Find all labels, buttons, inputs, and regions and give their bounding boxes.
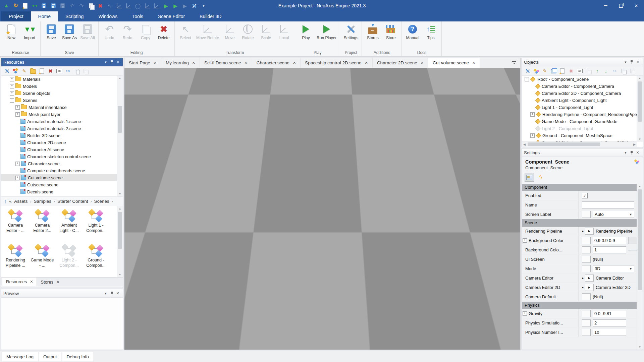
menu-tab-scene-editor[interactable]: Scene Editor bbox=[151, 11, 192, 21]
save-as-icon[interactable] bbox=[50, 3, 56, 9]
expander-icon[interactable]: + bbox=[15, 105, 20, 110]
status-tab-debug-info[interactable]: Debug Info bbox=[62, 352, 93, 361]
local-icon[interactable] bbox=[154, 3, 160, 9]
tree-item-cutscene-scene[interactable]: Cutscene.scene bbox=[1, 181, 117, 188]
scroll-up-icon[interactable]: ▲ bbox=[637, 76, 643, 81]
new-folder-icon[interactable] bbox=[30, 68, 36, 74]
sun-overlay-button[interactable]: ☀ bbox=[483, 70, 492, 79]
default-value-box[interactable] bbox=[582, 246, 591, 253]
tools-icon[interactable] bbox=[525, 68, 530, 74]
close-icon[interactable]: ✕ bbox=[56, 280, 59, 284]
redo-icon[interactable]: ↷ bbox=[78, 3, 85, 9]
close-icon[interactable]: ✕ bbox=[192, 61, 195, 65]
tree-item-character-skeleton-control-scene[interactable]: Character skeleton control.scene bbox=[1, 153, 117, 160]
tree-item-decals-scene[interactable]: Decals.scene bbox=[1, 188, 117, 195]
tools-icon[interactable] bbox=[4, 68, 10, 74]
close-icon[interactable]: ✕ bbox=[635, 60, 641, 64]
value-input-physics-simulatio[interactable] bbox=[593, 319, 626, 326]
value-input-background-colo[interactable] bbox=[593, 246, 626, 253]
tree-item-game-mode-component-gamemode[interactable]: Game Mode - Component_GameMode bbox=[522, 118, 637, 125]
default-value-box[interactable] bbox=[582, 329, 591, 336]
close-icon[interactable]: ✕ bbox=[115, 60, 121, 64]
value-input-background-color[interactable] bbox=[593, 237, 626, 244]
ribbon-button-tips[interactable]: Tips bbox=[422, 23, 439, 50]
viewport-tab-spaceship-control-2d-scene[interactable]: Spaceship control 2D.scene✕ bbox=[301, 58, 372, 68]
cylinder-gizmo-handle[interactable] bbox=[294, 270, 301, 276]
display-overlay-button[interactable] bbox=[471, 70, 480, 79]
move-up-icon[interactable]: ↑ bbox=[594, 68, 600, 74]
scroll-thumb[interactable] bbox=[118, 106, 122, 133]
grid-item-game-mode[interactable]: Game Mode - ... bbox=[29, 242, 56, 277]
up-directory-icon[interactable]: ↑ bbox=[4, 198, 7, 204]
pin-icon[interactable] bbox=[109, 60, 115, 64]
tree-item-camera-editor-2d-component-camera[interactable]: Camera Editor 2D - Component_Camera bbox=[522, 90, 637, 97]
objects-tree-vscrollbar[interactable]: ▲ ▼ bbox=[637, 76, 643, 142]
expander-icon[interactable]: + bbox=[10, 84, 14, 88]
move-down-icon[interactable]: ↓ bbox=[603, 68, 609, 74]
save-all-icon[interactable] bbox=[60, 3, 66, 9]
new-file-icon[interactable] bbox=[559, 68, 565, 74]
tree-item-mesh-paint-layer[interactable]: +Mesh paint layer bbox=[1, 111, 117, 118]
close-icon[interactable]: ✕ bbox=[245, 61, 248, 65]
new-file-icon[interactable] bbox=[39, 68, 45, 74]
import-icon[interactable]: ▼▼ bbox=[32, 3, 38, 9]
panel-menu-icon[interactable]: ▾ bbox=[103, 60, 109, 64]
save-icon[interactable] bbox=[41, 3, 47, 9]
tab-list-menu-icon[interactable] bbox=[508, 58, 520, 68]
viewport-tab-start-page[interactable]: Start Page✕ bbox=[124, 58, 161, 68]
expander-icon[interactable]: − bbox=[525, 77, 529, 81]
camera-overlay-button[interactable] bbox=[506, 70, 516, 79]
ribbon-button-delete[interactable]: ✖Delete bbox=[155, 23, 172, 50]
grid-item[interactable] bbox=[2, 277, 29, 277]
new-file-icon[interactable] bbox=[22, 3, 28, 9]
copy-icon[interactable] bbox=[621, 68, 626, 74]
shapes-icon[interactable] bbox=[13, 68, 18, 74]
breadcrumb-item-samples[interactable]: Samples bbox=[34, 199, 52, 204]
ribbon-button-settings[interactable]: Settings bbox=[342, 23, 360, 50]
ribbon-button-save[interactable]: Save bbox=[43, 23, 60, 50]
close-icon[interactable]: ✕ bbox=[365, 61, 368, 65]
close-icon[interactable]: ✕ bbox=[472, 61, 475, 65]
menu-tab-home[interactable]: Home bbox=[31, 11, 58, 21]
close-icon[interactable]: ✕ bbox=[635, 150, 641, 155]
rotate-icon[interactable]: ◯ bbox=[135, 3, 141, 9]
close-icon[interactable]: ✕ bbox=[30, 280, 33, 284]
tree-item-light-2-component-light[interactable]: Light 2 - Component_Light bbox=[522, 125, 637, 132]
value-slider[interactable] bbox=[628, 247, 637, 253]
tree-item-animated-materials-2-scene[interactable]: Animated materials 2.scene bbox=[1, 125, 117, 132]
tree-item-material-inheritance[interactable]: +Material inheritance bbox=[1, 104, 117, 111]
pin-icon[interactable] bbox=[629, 60, 635, 64]
default-value-box[interactable] bbox=[582, 319, 591, 326]
minimize-button[interactable] bbox=[598, 0, 613, 11]
scroll-down-icon[interactable]: ▼ bbox=[117, 272, 123, 277]
tree-item-scene-objects[interactable]: +Scene objects bbox=[1, 90, 117, 97]
status-tab-message-log[interactable]: Message Log bbox=[2, 352, 38, 361]
windows-icon[interactable] bbox=[551, 68, 556, 74]
grid-item[interactable] bbox=[56, 277, 83, 277]
menu-tab-scripting[interactable]: Scripting bbox=[58, 11, 91, 21]
refresh-icon[interactable]: ↻ bbox=[13, 3, 19, 9]
pin-icon[interactable] bbox=[109, 291, 115, 295]
tree-item-rendering-pipeline-component-renderingpipe[interactable]: +Rendering Pipeline - Component_Renderin… bbox=[522, 111, 637, 118]
breadcrumb-item-assets[interactable]: Assets bbox=[14, 199, 28, 204]
close-icon[interactable]: ✕ bbox=[154, 61, 157, 65]
undo-icon[interactable]: ↶ bbox=[69, 3, 75, 9]
delete-icon[interactable]: ✖ bbox=[48, 68, 53, 74]
grid-item[interactable] bbox=[83, 277, 109, 277]
tree-item-root-component-scene[interactable]: −'Root' - Component_Scene bbox=[522, 76, 637, 83]
panel-menu-icon[interactable]: ▾ bbox=[103, 291, 109, 296]
ribbon-button-save-as[interactable]: Save As bbox=[61, 23, 78, 50]
rename-icon[interactable]: ab bbox=[56, 68, 62, 74]
default-value-box[interactable] bbox=[582, 265, 591, 272]
edit-icon[interactable]: ✎ bbox=[542, 68, 548, 74]
cut-icon[interactable]: ✂ bbox=[65, 68, 71, 74]
tree-item-cut-volume-scene[interactable]: +Cut volume.scene bbox=[1, 174, 117, 181]
grid-item-rendering-pipeline[interactable]: Rendering Pipeline ... bbox=[2, 242, 29, 277]
close-icon[interactable]: ✕ bbox=[115, 291, 121, 296]
tree-item-camera-editor-component-camera[interactable]: Camera Editor - Component_Camera bbox=[522, 83, 637, 90]
grid-item-light-2-compon[interactable]: Light 2 - Compon... bbox=[56, 242, 83, 277]
scroll-thumb[interactable] bbox=[638, 81, 642, 122]
resources-grid-scrollbar[interactable]: ▲ ▼ bbox=[117, 206, 123, 277]
scroll-up-icon[interactable]: ▲ bbox=[117, 206, 123, 211]
tree-item-character-2d-scene[interactable]: Character 2D.scene bbox=[1, 139, 117, 146]
